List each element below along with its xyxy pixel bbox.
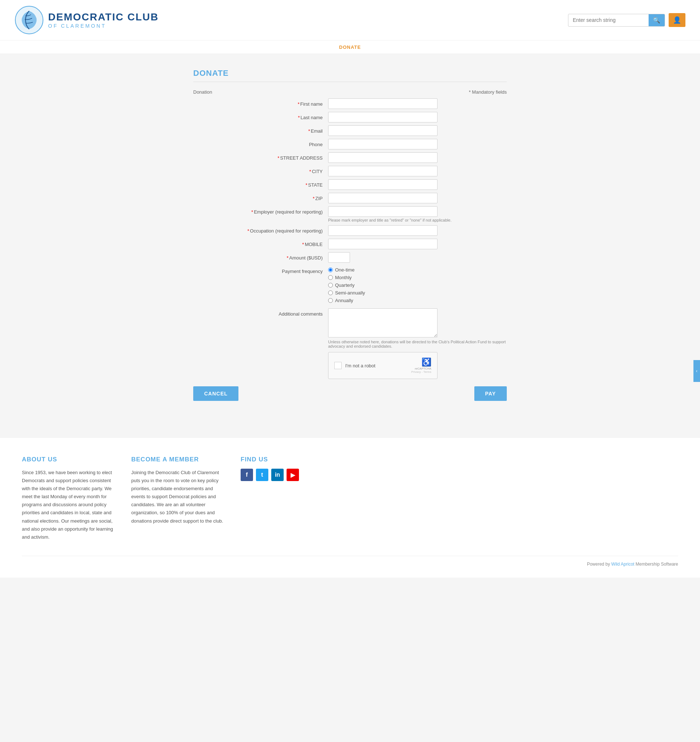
first-name-input[interactable] xyxy=(328,99,438,109)
frequency-annually[interactable]: Annually xyxy=(328,298,507,303)
about-text: Since 1953, we have been working to elec… xyxy=(22,469,116,541)
form-header: Donation * Mandatory fields xyxy=(193,89,507,95)
captcha-checkbox[interactable] xyxy=(335,362,342,369)
about-title: ABOUT US xyxy=(22,456,116,463)
phone-input[interactable] xyxy=(328,139,438,149)
amount-field xyxy=(328,252,507,263)
mandatory-label: * Mandatory fields xyxy=(469,89,507,95)
zip-row: ZIP xyxy=(193,193,507,203)
street-field xyxy=(328,152,507,163)
phone-label: Phone xyxy=(193,139,328,147)
social-icons: f t in ▶ xyxy=(241,469,335,481)
phone-field xyxy=(328,139,507,149)
logo-title: DEMOCRATIC CLUB xyxy=(48,11,159,23)
frequency-field: One-time Monthly Quarterly Semi-annually xyxy=(328,266,507,305)
user-button[interactable]: 👤 xyxy=(669,13,685,27)
frequency-label: Payment frequency xyxy=(193,266,328,274)
twitter-icon[interactable]: t xyxy=(256,469,268,481)
logo-text: DEMOCRATIC CLUB OF CLAREMONT xyxy=(48,11,159,29)
footer-bottom: Powered by Wild Apricot Membership Softw… xyxy=(22,556,678,567)
last-name-field xyxy=(328,112,507,122)
footer-member: BECOME A MEMBER Joining the Democratic C… xyxy=(131,456,226,541)
button-row: CANCEL PAY xyxy=(193,386,507,401)
occupation-label: Occupation (required for reporting) xyxy=(193,225,328,234)
employer-hint: Please mark employer and title as "retir… xyxy=(328,218,507,222)
section-label: Donation xyxy=(193,89,212,95)
captcha-left: I'm not a robot xyxy=(335,362,376,369)
facebook-icon[interactable]: f xyxy=(241,469,253,481)
membership-software-text: Membership Software xyxy=(634,562,678,567)
phone-row: Phone xyxy=(193,139,507,149)
amount-input[interactable] xyxy=(328,252,350,263)
email-row: Email xyxy=(193,125,507,136)
street-label: STREET ADDRESS xyxy=(193,152,328,161)
member-text: Joining the Democratic Club of Claremont… xyxy=(131,469,226,525)
nav-donate-link[interactable]: DONATE xyxy=(339,44,361,50)
frequency-one-time[interactable]: One-time xyxy=(328,267,507,272)
frequency-semi-annually[interactable]: Semi-annually xyxy=(328,290,507,296)
header: DEMOCRATIC CLUB OF CLAREMONT 🔍 👤 xyxy=(0,0,700,40)
frequency-semi-annually-radio[interactable] xyxy=(328,290,333,295)
youtube-icon[interactable]: ▶ xyxy=(287,469,299,481)
first-name-row: First name xyxy=(193,99,507,109)
occupation-field xyxy=(328,225,507,236)
amount-row: Amount ($USD) xyxy=(193,252,507,263)
mobile-field xyxy=(328,239,507,249)
last-name-row: Last name xyxy=(193,112,507,122)
employer-field: Please mark employer and title as "retir… xyxy=(328,206,507,222)
sidebar-toggle[interactable]: ‹ xyxy=(693,360,700,382)
wild-apricot-link[interactable]: Wild Apricot xyxy=(612,562,634,567)
city-label: CITY xyxy=(193,166,328,174)
frequency-one-time-radio[interactable] xyxy=(328,268,333,272)
state-input[interactable] xyxy=(328,179,438,190)
email-label: Email xyxy=(193,125,328,134)
footer-find: FIND US f t in ▶ xyxy=(241,456,335,541)
find-title: FIND US xyxy=(241,456,335,463)
frequency-monthly[interactable]: Monthly xyxy=(328,275,507,280)
frequency-quarterly[interactable]: Quarterly xyxy=(328,283,507,288)
captcha-logo: ♿ reCAPTCHA Privacy - Terms xyxy=(411,358,431,374)
occupation-input[interactable] xyxy=(328,225,438,236)
search-button[interactable]: 🔍 xyxy=(648,14,665,26)
mobile-row: MOBILE xyxy=(193,239,507,249)
street-input[interactable] xyxy=(328,152,438,163)
city-row: CITY xyxy=(193,166,507,177)
frequency-quarterly-label: Quarterly xyxy=(335,283,354,288)
frequency-monthly-label: Monthly xyxy=(335,275,352,280)
amount-label: Amount ($USD) xyxy=(193,252,328,261)
state-label: STATE xyxy=(193,179,328,188)
toggle-icon: ‹ xyxy=(696,368,697,374)
zip-input[interactable] xyxy=(328,193,438,203)
captcha-box: I'm not a robot ♿ reCAPTCHA Privacy - Te… xyxy=(328,352,438,379)
frequency-annually-radio[interactable] xyxy=(328,298,333,303)
frequency-semi-annually-label: Semi-annually xyxy=(335,290,365,296)
frequency-monthly-radio[interactable] xyxy=(328,275,333,280)
cancel-button[interactable]: CANCEL xyxy=(193,386,239,401)
logo-subtitle: OF CLAREMONT xyxy=(48,23,159,29)
zip-label: ZIP xyxy=(193,193,328,201)
frequency-row: Payment frequency One-time Monthly Quart… xyxy=(193,266,507,305)
header-right: 🔍 👤 xyxy=(568,13,685,27)
street-row: STREET ADDRESS xyxy=(193,152,507,163)
last-name-input[interactable] xyxy=(328,112,438,122)
frequency-quarterly-radio[interactable] xyxy=(328,283,333,287)
city-input[interactable] xyxy=(328,166,438,177)
search-box: 🔍 xyxy=(568,14,665,26)
pay-button[interactable]: PAY xyxy=(475,386,507,401)
employer-row: Employer (required for reporting) Please… xyxy=(193,206,507,222)
search-input[interactable] xyxy=(568,15,648,25)
employer-input[interactable] xyxy=(328,206,438,217)
comments-textarea[interactable] xyxy=(328,308,438,337)
linkedin-icon[interactable]: in xyxy=(271,469,284,481)
occupation-row: Occupation (required for reporting) xyxy=(193,225,507,236)
recaptcha-icon: ♿ xyxy=(411,358,431,367)
email-input[interactable] xyxy=(328,125,438,136)
recaptcha-text: reCAPTCHA xyxy=(411,367,431,370)
last-name-label: Last name xyxy=(193,112,328,120)
mobile-input[interactable] xyxy=(328,239,438,249)
email-field xyxy=(328,125,507,136)
recaptcha-terms: Privacy - Terms xyxy=(411,370,431,374)
footer: ABOUT US Since 1953, we have been workin… xyxy=(0,437,700,578)
employer-label: Employer (required for reporting) xyxy=(193,206,328,215)
first-name-label: First name xyxy=(193,99,328,107)
